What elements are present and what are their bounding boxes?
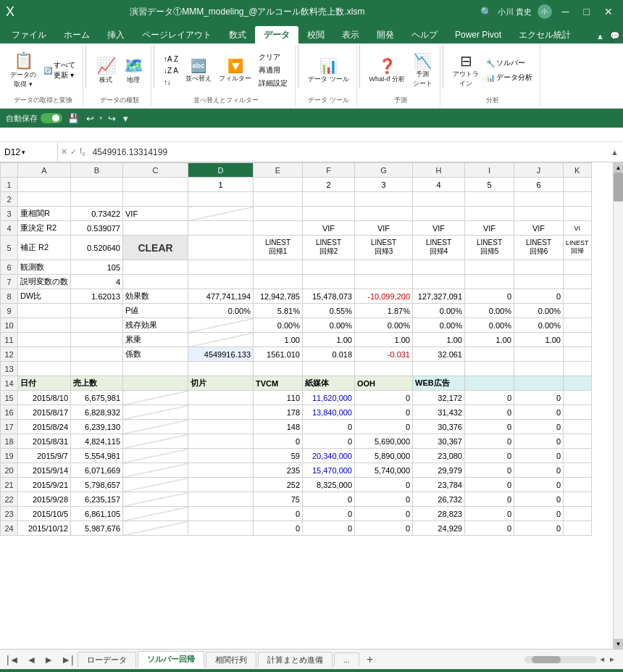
cell-A18[interactable]: 2015/8/31 bbox=[18, 434, 71, 449]
geography-button[interactable]: 🗺️ 地理 bbox=[120, 55, 146, 86]
cell-F22[interactable]: 0 bbox=[303, 492, 355, 507]
cell-D9[interactable]: 0.00% bbox=[188, 304, 254, 318]
cell-J16[interactable]: 0 bbox=[514, 405, 564, 420]
cell-D16[interactable] bbox=[188, 405, 254, 420]
cell-I9[interactable]: 0.00% bbox=[465, 304, 514, 318]
cell-D24[interactable] bbox=[188, 521, 254, 536]
cell-K6[interactable] bbox=[564, 260, 592, 275]
cell-K19[interactable] bbox=[564, 449, 592, 463]
cell-I22[interactable]: 0 bbox=[465, 492, 514, 507]
tab-power-pivot[interactable]: Power Pivot bbox=[446, 26, 510, 43]
cell-J3[interactable] bbox=[514, 207, 564, 221]
cell-I13[interactable] bbox=[465, 362, 514, 376]
cell-I23[interactable]: 0 bbox=[465, 507, 514, 521]
formula-input[interactable]: 4549916.13314199 bbox=[88, 147, 606, 157]
tab-help[interactable]: ヘルプ bbox=[403, 26, 446, 43]
cell-B22[interactable]: 6,235,157 bbox=[71, 492, 123, 507]
cell-D3[interactable] bbox=[188, 207, 254, 221]
cell-K7[interactable] bbox=[564, 275, 592, 289]
cell-H20[interactable]: 29,979 bbox=[413, 463, 465, 478]
cell-C11[interactable]: 累乗 bbox=[123, 333, 188, 347]
cell-F21[interactable]: 8,325,000 bbox=[303, 478, 355, 492]
cell-F14[interactable]: 紙媒体 bbox=[303, 376, 355, 391]
forecast-sheet-button[interactable]: 📉 予測シート bbox=[409, 51, 435, 90]
h-scroll-left[interactable]: ◄ bbox=[597, 655, 607, 663]
sheet-nav-last[interactable]: ►| bbox=[57, 652, 78, 667]
cell-A7[interactable]: 説明変数の数 bbox=[18, 275, 71, 289]
cell-H9[interactable]: 0.00% bbox=[413, 304, 465, 318]
cell-A22[interactable]: 2015/9/28 bbox=[18, 492, 71, 507]
cell-C6[interactable] bbox=[123, 260, 188, 275]
cell-G18[interactable]: 5,690,000 bbox=[355, 434, 413, 449]
tab-calculation-summary[interactable]: 計算まとめ進備 bbox=[258, 652, 333, 668]
cell-H19[interactable]: 23,080 bbox=[413, 449, 465, 463]
cell-I10[interactable]: 0.00% bbox=[465, 318, 514, 333]
cell-B4[interactable]: 0.539077 bbox=[71, 221, 123, 236]
cell-D18[interactable] bbox=[188, 434, 254, 449]
cell-E17[interactable]: 148 bbox=[254, 420, 303, 434]
cell-E8[interactable]: 12,942,785 bbox=[254, 289, 303, 304]
cell-B12[interactable] bbox=[71, 347, 123, 362]
cell-B11[interactable] bbox=[71, 333, 123, 347]
insert-function-icon[interactable]: fx bbox=[80, 146, 85, 157]
cell-E4[interactable] bbox=[254, 221, 303, 236]
tab-excel-stats[interactable]: エクセル統計 bbox=[510, 26, 580, 43]
tab-raw-data[interactable]: ローデータ bbox=[78, 652, 136, 668]
cell-B18[interactable]: 4,824,115 bbox=[71, 434, 123, 449]
cell-B20[interactable]: 6,071,669 bbox=[71, 463, 123, 478]
h-scroll-right[interactable]: ► bbox=[607, 655, 617, 663]
cell-B14[interactable]: 売上数 bbox=[71, 376, 123, 391]
cell-C24[interactable] bbox=[123, 521, 188, 536]
cell-H8[interactable]: 127,327,091 bbox=[413, 289, 465, 304]
get-data-button[interactable]: 📋 データの取得 ▾ bbox=[7, 50, 39, 91]
tab-insert[interactable]: 挿入 bbox=[99, 26, 133, 43]
cell-B5[interactable]: 0.520640 bbox=[71, 236, 123, 260]
cell-I12[interactable] bbox=[465, 347, 514, 362]
cell-J15[interactable]: 0 bbox=[514, 391, 564, 405]
cell-D23[interactable] bbox=[188, 507, 254, 521]
cell-F23[interactable]: 0 bbox=[303, 507, 355, 521]
cell-D19[interactable] bbox=[188, 449, 254, 463]
col-header-H[interactable]: H bbox=[413, 163, 465, 178]
cell-K22[interactable] bbox=[564, 492, 592, 507]
cell-H22[interactable]: 26,732 bbox=[413, 492, 465, 507]
cell-G15[interactable]: 0 bbox=[355, 391, 413, 405]
cell-I7[interactable] bbox=[465, 275, 514, 289]
cell-K15[interactable] bbox=[564, 391, 592, 405]
cell-D10[interactable] bbox=[188, 318, 254, 333]
tab-more[interactable]: ... bbox=[334, 652, 359, 666]
cell-B1[interactable] bbox=[71, 178, 123, 192]
sort-za-button[interactable]: ↓Z A bbox=[161, 65, 181, 76]
cell-H18[interactable]: 30,367 bbox=[413, 434, 465, 449]
cell-C19[interactable] bbox=[123, 449, 188, 463]
cell-G4[interactable]: VIF bbox=[355, 221, 413, 236]
cell-K24[interactable] bbox=[564, 521, 592, 536]
cell-D20[interactable] bbox=[188, 463, 254, 478]
cell-B9[interactable] bbox=[71, 304, 123, 318]
cell-B17[interactable]: 6,239,130 bbox=[71, 420, 123, 434]
cell-G6[interactable] bbox=[355, 260, 413, 275]
cell-H12[interactable]: 32.061 bbox=[413, 347, 465, 362]
cell-C21[interactable] bbox=[123, 478, 188, 492]
cell-J2[interactable] bbox=[514, 192, 564, 207]
cell-E12[interactable]: 1561.010 bbox=[254, 347, 303, 362]
scroll-thumb[interactable] bbox=[614, 173, 623, 202]
solver-button[interactable]: 🔧 ソルバー bbox=[483, 57, 535, 70]
cell-B7[interactable]: 4 bbox=[71, 275, 123, 289]
cell-I18[interactable]: 0 bbox=[465, 434, 514, 449]
cell-B2[interactable] bbox=[71, 192, 123, 207]
cell-H13[interactable] bbox=[413, 362, 465, 376]
close-btn[interactable]: ✕ bbox=[600, 4, 617, 19]
cell-E19[interactable]: 59 bbox=[254, 449, 303, 463]
cell-J5[interactable]: LINEST回帰6 bbox=[514, 236, 564, 260]
ribbon-toggle[interactable]: ▲ bbox=[593, 29, 607, 43]
cell-G22[interactable]: 0 bbox=[355, 492, 413, 507]
cell-D11[interactable] bbox=[188, 333, 254, 347]
cell-G24[interactable]: 0 bbox=[355, 521, 413, 536]
cell-D13[interactable] bbox=[188, 362, 254, 376]
tab-data[interactable]: データ bbox=[255, 26, 298, 43]
cell-K12[interactable] bbox=[564, 347, 592, 362]
cell-C13[interactable] bbox=[123, 362, 188, 376]
cell-D15[interactable] bbox=[188, 391, 254, 405]
cell-J6[interactable] bbox=[514, 260, 564, 275]
